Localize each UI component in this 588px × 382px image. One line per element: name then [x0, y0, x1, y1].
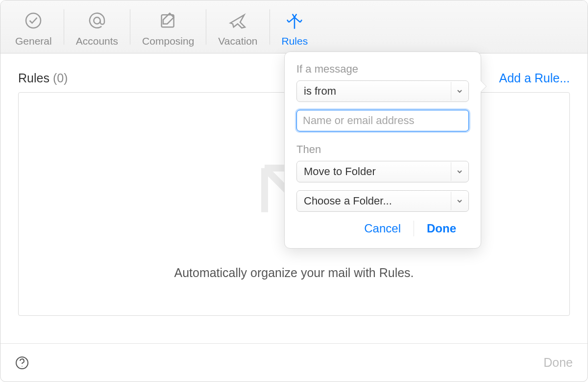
action-select-value: Move to Folder	[304, 165, 376, 178]
svg-point-4	[22, 366, 23, 367]
compose-icon	[158, 11, 178, 30]
add-rule-popover: If a message is from Then Move to Folder…	[284, 51, 481, 249]
tab-general[interactable]: General	[6, 0, 61, 53]
tab-accounts[interactable]: Accounts	[67, 0, 127, 53]
preferences-window: General Accounts Composing Vacation	[0, 0, 588, 382]
tab-composing[interactable]: Composing	[133, 0, 203, 53]
svg-point-1	[94, 17, 100, 24]
rules-empty-message: Automatically organize your mail with Ru…	[19, 266, 569, 280]
footer-done-button[interactable]: Done	[543, 356, 573, 370]
done-button[interactable]: Done	[414, 219, 469, 238]
condition-select[interactable]: is from	[296, 80, 469, 102]
at-sign-icon	[87, 11, 107, 30]
tab-label: Composing	[142, 35, 194, 47]
popover-footer: Cancel Done	[296, 219, 469, 238]
tab-divider	[270, 9, 270, 45]
svg-point-0	[26, 13, 41, 28]
tab-divider	[206, 9, 206, 45]
tab-bar: General Accounts Composing Vacation	[0, 0, 588, 53]
check-circle-icon	[24, 11, 43, 30]
tab-divider	[130, 9, 130, 45]
airplane-icon	[228, 11, 247, 30]
tab-label: General	[15, 35, 52, 47]
chevron-down-icon	[451, 192, 467, 210]
condition-select-value: is from	[304, 85, 336, 98]
tab-label: Rules	[282, 35, 308, 47]
chevron-down-icon	[451, 162, 467, 181]
action-select[interactable]: Move to Folder	[296, 161, 469, 182]
tab-rules[interactable]: Rules	[273, 0, 317, 53]
help-icon[interactable]	[15, 356, 29, 370]
if-label: If a message	[296, 63, 469, 76]
condition-value-input[interactable]	[296, 110, 469, 131]
rules-icon	[285, 11, 304, 30]
chevron-down-icon	[451, 82, 467, 101]
then-label: Then	[296, 143, 469, 156]
rules-heading-text: Rules	[18, 71, 49, 85]
tab-divider	[64, 9, 64, 45]
tab-label: Accounts	[76, 35, 118, 47]
folder-select-value: Choose a Folder...	[304, 195, 392, 207]
add-rule-link[interactable]: Add a Rule...	[499, 71, 570, 85]
tab-vacation[interactable]: Vacation	[209, 0, 266, 53]
footer-bar: Done	[0, 343, 588, 382]
cancel-button[interactable]: Cancel	[351, 219, 414, 238]
rules-count: (0)	[53, 71, 68, 85]
folder-select[interactable]: Choose a Folder...	[296, 190, 469, 212]
tab-label: Vacation	[218, 35, 257, 47]
